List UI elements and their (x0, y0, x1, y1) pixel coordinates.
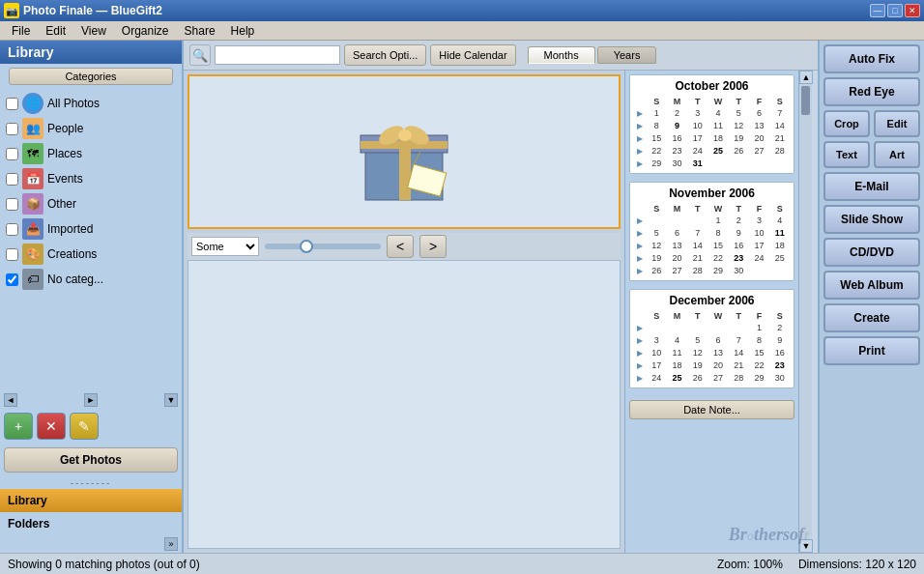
sidebar-nav-left[interactable]: ◄ (4, 393, 17, 407)
dec-w1-arrow[interactable]: ▶ (634, 322, 646, 333)
nov-d19[interactable]: 19 (647, 252, 666, 264)
slide-show-button[interactable]: Slide Show (823, 205, 920, 234)
dec-d23[interactable]: 23 (770, 359, 790, 371)
dec-d27[interactable]: 27 (708, 372, 728, 384)
oct-d20[interactable]: 20 (749, 132, 768, 144)
nov-d20[interactable]: 20 (667, 252, 686, 264)
dec-d21[interactable]: 21 (729, 359, 748, 371)
photo-slider-thumb[interactable] (300, 240, 313, 253)
oct-d19[interactable]: 19 (729, 132, 748, 144)
oct-d22[interactable]: 22 (647, 145, 666, 157)
sidebar-nav-right[interactable]: ► (84, 393, 98, 407)
nov-d22[interactable]: 22 (708, 252, 728, 264)
oct-d23[interactable]: 23 (667, 145, 686, 157)
categories-button[interactable]: Categories (9, 68, 172, 85)
crop-button[interactable]: Crop (823, 110, 870, 137)
nov-d17[interactable]: 17 (749, 240, 768, 251)
dec-d13[interactable]: 13 (708, 347, 728, 359)
cat-item-no-cat[interactable]: 🏷 No categ... (2, 267, 180, 292)
oct-d6[interactable]: 6 (749, 107, 768, 119)
scroll-up[interactable]: ▲ (799, 71, 813, 84)
hide-calendar-button[interactable]: Hide Calendar (430, 44, 515, 66)
nov-d1[interactable]: 1 (708, 215, 728, 226)
delete-category-button[interactable]: ✕ (37, 413, 66, 440)
cat-check-people[interactable] (6, 123, 18, 135)
nov-d5[interactable]: 5 (647, 227, 666, 239)
nov-d18[interactable]: 18 (770, 240, 790, 251)
calendar-scrollbar[interactable]: ▲ ▼ (798, 71, 812, 553)
nov-d6[interactable]: 6 (667, 227, 686, 239)
oct-d30[interactable]: 30 (667, 158, 686, 169)
dec-d7[interactable]: 7 (729, 334, 748, 346)
scroll-down[interactable]: ▼ (799, 539, 813, 553)
dec-d11[interactable]: 11 (667, 347, 686, 359)
dec-w3-arrow[interactable]: ▶ (634, 347, 646, 359)
search-input[interactable] (215, 45, 340, 65)
nov-d29[interactable]: 29 (708, 265, 728, 276)
nov-d11[interactable]: 11 (770, 227, 790, 239)
oct-d25[interactable]: 25 (708, 145, 728, 157)
years-tab[interactable]: Years (597, 46, 657, 64)
dec-d28[interactable]: 28 (729, 372, 748, 384)
dec-d22[interactable]: 22 (749, 359, 768, 371)
red-eye-button[interactable]: Red Eye (823, 77, 920, 106)
dec-d25[interactable]: 25 (667, 372, 686, 384)
oct-d18[interactable]: 18 (708, 132, 728, 144)
oct-d15[interactable]: 15 (647, 132, 666, 144)
add-category-button[interactable]: + (4, 413, 33, 440)
create-button[interactable]: Create (823, 303, 920, 332)
nov-d23[interactable]: 23 (729, 252, 748, 264)
oct-d16[interactable]: 16 (667, 132, 686, 144)
cat-check-places[interactable] (6, 148, 18, 160)
cat-item-events[interactable]: 📅 Events (2, 166, 180, 191)
edit-category-button[interactable]: ✎ (70, 413, 99, 440)
dec-d16[interactable]: 16 (770, 347, 790, 359)
nov-d3[interactable]: 3 (749, 215, 768, 226)
nov-d15[interactable]: 15 (708, 240, 728, 251)
oct-d14[interactable]: 14 (770, 120, 790, 131)
dec-d18[interactable]: 18 (667, 359, 686, 371)
cat-item-places[interactable]: 🗺 Places (2, 141, 180, 166)
dec-d29[interactable]: 29 (749, 372, 768, 384)
oct-d7[interactable]: 7 (770, 107, 790, 119)
cat-check-no-cat[interactable] (6, 273, 18, 286)
oct-w3-arrow[interactable]: ▶ (634, 132, 646, 144)
oct-w1-arrow[interactable]: ▶ (634, 107, 646, 119)
menu-edit[interactable]: Edit (38, 23, 73, 39)
cat-check-creations[interactable] (6, 248, 18, 261)
nov-d24[interactable]: 24 (749, 252, 768, 264)
minimize-button[interactable]: — (870, 4, 885, 17)
sidebar-nav-down[interactable]: ▼ (164, 393, 178, 407)
oct-d28[interactable]: 28 (770, 145, 790, 157)
oct-d13[interactable]: 13 (749, 120, 768, 131)
dec-d4[interactable]: 4 (667, 334, 686, 346)
oct-d2[interactable]: 2 (667, 107, 686, 119)
email-button[interactable]: E-Mail (823, 172, 920, 201)
nov-d25[interactable]: 25 (770, 252, 790, 264)
months-tab[interactable]: Months (528, 46, 595, 64)
oct-d11[interactable]: 11 (708, 120, 728, 131)
cat-item-imported[interactable]: 📥 Imported (2, 216, 180, 242)
cat-check-all-photos[interactable] (6, 98, 18, 110)
edit-button[interactable]: Edit (874, 110, 920, 137)
get-photos-button[interactable]: Get Photos (4, 447, 178, 473)
oct-d9[interactable]: 9 (667, 120, 686, 131)
dec-d26[interactable]: 26 (688, 372, 707, 384)
dec-d6[interactable]: 6 (708, 334, 728, 346)
nov-w3-arrow[interactable]: ▶ (634, 240, 646, 251)
cd-dvd-button[interactable]: CD/DVD (823, 238, 920, 267)
dec-d14[interactable]: 14 (729, 347, 748, 359)
cat-item-other[interactable]: 📦 Other (2, 191, 180, 216)
dec-d2[interactable]: 2 (770, 322, 790, 333)
nov-w4-arrow[interactable]: ▶ (634, 252, 646, 264)
web-album-button[interactable]: Web Album (823, 271, 920, 300)
dec-d17[interactable]: 17 (647, 359, 666, 371)
nov-d13[interactable]: 13 (667, 240, 686, 251)
oct-w4-arrow[interactable]: ▶ (634, 145, 646, 157)
dec-d8[interactable]: 8 (749, 334, 768, 346)
auto-fix-button[interactable]: Auto Fix (823, 44, 920, 73)
menu-help[interactable]: Help (223, 23, 263, 39)
nov-w2-arrow[interactable]: ▶ (634, 227, 646, 239)
nov-d8[interactable]: 8 (708, 227, 728, 239)
oct-d21[interactable]: 21 (770, 132, 790, 144)
